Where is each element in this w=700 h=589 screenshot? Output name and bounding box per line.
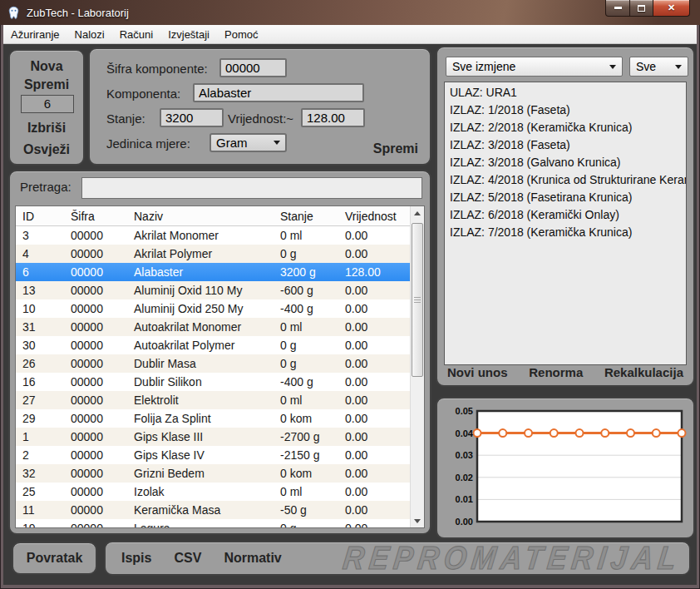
delete-button[interactable]: Izbriši <box>10 121 83 136</box>
menu-izvjestaji[interactable]: Izvještaji <box>160 25 217 43</box>
table-row[interactable]: 1000000Aluminij Oxid 250 My-400 g0.00 <box>16 299 410 318</box>
history-item[interactable]: IZLAZ: 6/2018 (Keramički Onlay) <box>445 206 686 224</box>
close-button[interactable]: ✕ <box>653 0 690 17</box>
col-header-vrijednost[interactable]: Vrijednost <box>338 206 410 226</box>
history-item[interactable]: IZLAZ: 2/2018 (Keramička Krunica) <box>445 119 686 136</box>
menu-azuriranje[interactable]: Ažuriranje <box>3 25 67 43</box>
menu-pomoc[interactable]: Pomoć <box>217 25 265 43</box>
maximize-button[interactable] <box>630 0 653 17</box>
table-row[interactable]: 100000Gips Klase III-2700 g0.00 <box>16 428 410 446</box>
table-cell: 00000 <box>64 336 127 354</box>
table-cell: 0 g <box>274 245 338 263</box>
changes-filter-select[interactable]: Sve izmjene <box>446 57 623 77</box>
minimize-button[interactable] <box>605 0 630 17</box>
table-cell: 0.00 <box>338 318 410 336</box>
table-cell: 0.00 <box>338 501 410 519</box>
scroll-up-button[interactable] <box>411 206 424 220</box>
menu-nalozi[interactable]: Nalozi <box>67 25 112 43</box>
svg-text:0.01: 0.01 <box>456 494 473 504</box>
history-item[interactable]: IZLAZ: 3/2018 (Faseta) <box>445 136 686 154</box>
search-input[interactable] <box>81 177 422 199</box>
table-row[interactable]: 3000000Autoakrilat Polymer0 g0.00 <box>16 336 410 354</box>
scope-filter-value: Sve <box>636 60 656 73</box>
table-cell: 0.00 <box>338 391 410 409</box>
col-header-naziv[interactable]: Naziv <box>127 206 274 226</box>
form-save-button[interactable]: Spremi <box>373 141 418 156</box>
table-row[interactable]: 400000Akrilat Polymer0 g0.00 <box>16 245 410 263</box>
recalc-button[interactable]: Rekalkulacija <box>604 365 683 379</box>
refresh-button[interactable]: Osvježi <box>10 142 83 157</box>
back-button[interactable]: Povratak <box>12 542 97 575</box>
svg-text:0.04: 0.04 <box>456 428 474 438</box>
table-scrollbar[interactable] <box>410 206 424 527</box>
history-item[interactable]: IZLAZ: 1/2018 (Faseta) <box>445 101 686 119</box>
value-label: Vrijednost:~ <box>228 111 293 126</box>
table-row[interactable]: 3100000Autoakrilat Monomer0 ml0.00 <box>16 318 410 336</box>
record-id-field[interactable]: 6 <box>21 95 74 113</box>
new-button[interactable]: Nova <box>10 59 83 74</box>
table-cell: 0.00 <box>338 464 410 483</box>
history-item[interactable]: IZLAZ: 3/2018 (Galvano Krunica) <box>445 154 686 171</box>
table-row[interactable]: 1600000Dublir Silikon-400 g0.00 <box>16 373 410 391</box>
table-cell: Legura <box>127 519 274 527</box>
table-cell: 13 <box>16 281 64 299</box>
history-panel: Sve izmjene Sve ULAZ: URA1IZLAZ: 1/2018 … <box>436 46 695 387</box>
table-row[interactable]: 2600000Dublir Masa0 g0.00 <box>16 354 410 373</box>
normative-button[interactable]: Normativ <box>224 551 281 566</box>
col-header-id[interactable]: ID <box>16 206 64 226</box>
table-row[interactable]: 1900000Legura0 g0.00 <box>16 519 410 527</box>
table-cell: 00000 <box>64 483 127 501</box>
table-cell: 0 kom <box>274 409 338 428</box>
scroll-down-button[interactable] <box>411 514 424 527</box>
table-cell: 10 <box>16 299 64 318</box>
menu-bar: Ažuriranje Nalozi Računi Izvještaji Pomo… <box>3 25 697 44</box>
table-cell: 0 g <box>274 336 338 354</box>
table-row[interactable]: 200000Gips Klase IV-2150 g0.00 <box>16 446 410 464</box>
table-row[interactable]: 2900000Folija Za Splint0 kom0.00 <box>16 409 410 428</box>
table-row[interactable]: 2500000Izolak0 ml0.00 <box>16 483 410 501</box>
table-cell: 00000 <box>64 464 127 483</box>
renorm-button[interactable]: Renorma <box>529 365 583 379</box>
table-cell: -400 g <box>274 299 338 318</box>
code-input[interactable] <box>219 58 287 77</box>
table-row[interactable]: 600000Alabaster3200 g128.00 <box>16 263 410 281</box>
table-cell: 32 <box>16 464 64 483</box>
history-item[interactable]: ULAZ: URA1 <box>445 84 686 101</box>
value-input[interactable] <box>301 108 365 127</box>
table-cell: 00000 <box>64 391 127 409</box>
table-cell: Dublir Silikon <box>127 373 274 391</box>
new-entry-button[interactable]: Novi unos <box>447 365 508 379</box>
save-button[interactable]: Spremi <box>10 77 83 92</box>
col-header-stanje[interactable]: Stanje <box>274 206 338 226</box>
scrollbar-thumb[interactable] <box>412 223 423 377</box>
table-row[interactable]: 1100000Keramička Masa-50 g0.00 <box>16 501 410 519</box>
table-cell: 00000 <box>64 318 127 336</box>
crud-panel: Nova Spremi 6 Izbriši Osvježi <box>8 49 85 166</box>
history-item[interactable]: IZLAZ: 7/2018 (Keramička Krunica) <box>445 224 686 241</box>
scope-filter-select[interactable]: Sve <box>629 57 688 77</box>
table-row[interactable]: 3200000Grizni Bedem0 kom0.00 <box>16 464 410 483</box>
component-form-panel: Šifra komponente: Komponenta: Stanje: Vr… <box>88 47 431 166</box>
table-cell: 00000 <box>64 299 127 318</box>
table-body: 300000Akrilat Monomer0 ml0.00400000Akril… <box>16 226 410 527</box>
col-header-sifra[interactable]: Šifra <box>64 206 127 226</box>
unit-select[interactable]: Gram <box>210 133 287 152</box>
triangle-down-icon <box>414 519 421 523</box>
history-actions: Novi unos Renorma Rekalkulacija <box>447 365 683 379</box>
history-item[interactable]: IZLAZ: 5/2018 (Fasetirana Krunica) <box>445 189 686 206</box>
stock-input[interactable] <box>160 108 224 127</box>
history-list[interactable]: ULAZ: URA1IZLAZ: 1/2018 (Faseta)IZLAZ: 2… <box>444 82 687 365</box>
table-cell: 0.00 <box>338 373 410 391</box>
component-input[interactable] <box>193 83 364 102</box>
table-cell: 31 <box>16 318 64 336</box>
csv-button[interactable]: CSV <box>174 551 201 566</box>
watermark-text: REPROMATERIJAL <box>341 539 683 577</box>
title-bar[interactable]: ZubTech - Laboratorij ✕ <box>0 0 700 25</box>
table-row[interactable]: 2700000Elektrolit0 ml0.00 <box>16 391 410 409</box>
print-button[interactable]: Ispis <box>121 551 151 566</box>
menu-racuni[interactable]: Računi <box>112 25 160 43</box>
table-row[interactable]: 300000Akrilat Monomer0 ml0.00 <box>16 226 410 245</box>
history-item[interactable]: IZLAZ: 4/2018 (Krunica od Strukturirane … <box>445 171 686 189</box>
table-row[interactable]: 1300000Aluminij Oxid 110 My-600 g0.00 <box>16 281 410 299</box>
table-cell: 0 ml <box>274 318 338 336</box>
